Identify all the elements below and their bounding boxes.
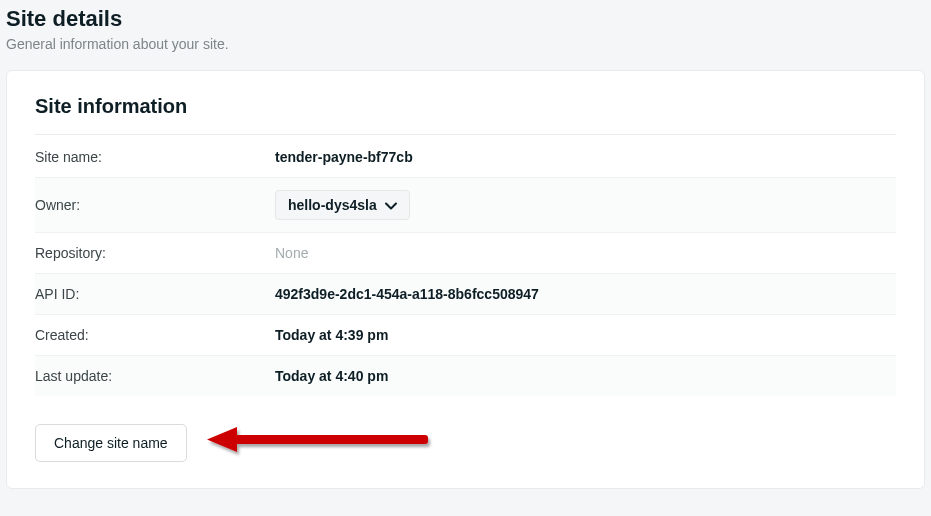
svg-rect-0 — [233, 435, 428, 444]
row-api-id: API ID: 492f3d9e-2dc1-454a-a118-8b6fcc50… — [35, 274, 896, 315]
row-owner: Owner: hello-dys4sla — [35, 178, 896, 233]
value-api-id: 492f3d9e-2dc1-454a-a118-8b6fcc508947 — [275, 286, 539, 302]
page-title: Site details — [6, 6, 925, 32]
label-owner: Owner: — [35, 197, 275, 213]
label-created: Created: — [35, 327, 275, 343]
page-subtitle: General information about your site. — [6, 36, 925, 52]
card-title: Site information — [35, 95, 896, 135]
arrow-annotation-icon — [207, 424, 437, 462]
row-created: Created: Today at 4:39 pm — [35, 315, 896, 356]
label-api-id: API ID: — [35, 286, 275, 302]
value-owner: hello-dys4sla — [288, 197, 377, 213]
chevron-down-icon — [385, 197, 397, 213]
row-site-name: Site name: tender-payne-bf77cb — [35, 137, 896, 178]
page-header: Site details General information about y… — [6, 6, 925, 64]
label-last-update: Last update: — [35, 368, 275, 384]
site-information-card: Site information Site name: tender-payne… — [6, 70, 925, 489]
row-repository: Repository: None — [35, 233, 896, 274]
label-repository: Repository: — [35, 245, 275, 261]
change-site-name-button[interactable]: Change site name — [35, 424, 187, 462]
info-list: Site name: tender-payne-bf77cb Owner: he… — [35, 137, 896, 396]
svg-marker-1 — [207, 427, 237, 452]
value-last-update: Today at 4:40 pm — [275, 368, 388, 384]
label-site-name: Site name: — [35, 149, 275, 165]
owner-dropdown[interactable]: hello-dys4sla — [275, 190, 410, 220]
row-last-update: Last update: Today at 4:40 pm — [35, 356, 896, 396]
card-actions: Change site name — [35, 424, 896, 462]
page-container: Site details General information about y… — [0, 0, 931, 489]
value-site-name: tender-payne-bf77cb — [275, 149, 413, 165]
value-repository: None — [275, 245, 308, 261]
value-created: Today at 4:39 pm — [275, 327, 388, 343]
